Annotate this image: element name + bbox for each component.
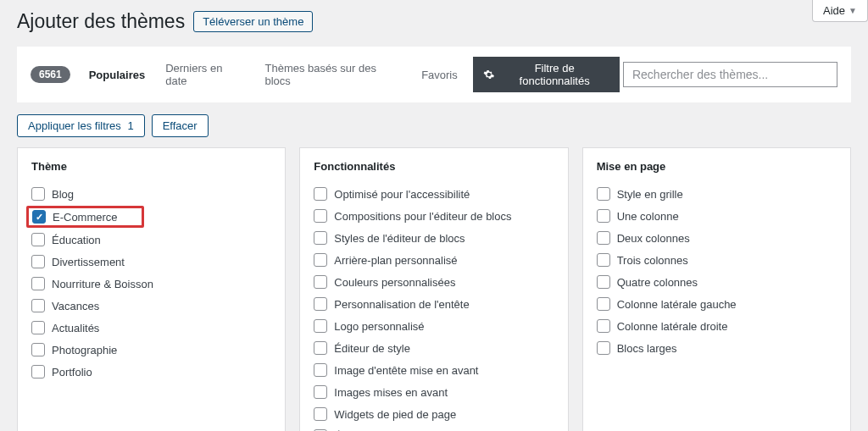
filter-option[interactable]: Une colonne <box>597 205 837 227</box>
search-input[interactable] <box>623 62 837 87</box>
feature-filter-button[interactable]: Filtre de fonctionnalités <box>473 57 620 92</box>
filter-option[interactable]: Personnalisation de l'entête <box>314 293 554 315</box>
checkbox[interactable] <box>314 253 327 267</box>
filter-option[interactable]: Actualités <box>31 317 271 339</box>
clear-filters-button[interactable]: Effacer <box>152 114 209 137</box>
option-label: Actualités <box>52 322 99 334</box>
filter-option[interactable]: Vacances <box>31 295 271 317</box>
checkbox[interactable] <box>597 187 610 201</box>
option-label: Style en grille <box>617 188 683 201</box>
option-label: Images mises en avant <box>334 386 448 399</box>
filter-option[interactable]: Blocs larges <box>597 337 837 359</box>
checkbox[interactable] <box>314 297 327 311</box>
filter-option[interactable]: Optimisé pour l'accessibilité <box>314 183 554 205</box>
checkbox[interactable] <box>597 275 610 289</box>
option-label: Widgets de pied de page <box>334 408 456 421</box>
filter-option[interactable]: Trois colonnes <box>597 249 837 271</box>
option-label: Colonne latérale droite <box>617 320 728 333</box>
option-label: Deux colonnes <box>617 232 690 245</box>
page-header: Ajouter des thèmes Téléverser un thème A… <box>0 0 868 40</box>
column-title: Mise en page <box>597 160 837 173</box>
filter-option[interactable]: Blog <box>31 183 271 205</box>
apply-filters-button[interactable]: Appliquer les filtres 1 <box>17 114 145 137</box>
checkbox[interactable] <box>314 275 327 289</box>
checkbox[interactable] <box>597 209 610 223</box>
feature-filter-label: Filtre de fonctionnalités <box>499 62 609 87</box>
filter-tab-favorites[interactable]: Favoris <box>413 64 466 86</box>
filter-bar: 6561 Populaires Derniers en date Thèmes … <box>17 47 851 102</box>
filter-tab-latest[interactable]: Derniers en date <box>157 57 253 92</box>
filter-tab-block-themes[interactable]: Thèmes basés sur des blocs <box>256 57 409 92</box>
option-label: Nourriture & Boisson <box>52 278 153 290</box>
filter-option[interactable]: Arrière-plan personnalisé <box>314 249 554 271</box>
apply-label: Appliquer les filtres <box>28 119 121 132</box>
filter-option[interactable]: Deux colonnes <box>597 227 837 249</box>
option-label: Portfolio <box>52 366 92 379</box>
option-label: Compositions pour l'éditeur de blocs <box>334 210 511 223</box>
filter-option[interactable]: Logo personnalisé <box>314 315 554 337</box>
filter-option[interactable]: Éducation <box>31 229 271 251</box>
filter-option[interactable]: Divertissement <box>31 251 271 273</box>
option-label: Image d'entête mise en avant <box>334 364 478 377</box>
checkbox[interactable] <box>314 385 327 399</box>
checkbox[interactable] <box>31 255 45 268</box>
checkbox[interactable] <box>31 321 45 334</box>
column-title: Thème <box>31 160 271 173</box>
checkbox[interactable] <box>314 341 327 355</box>
gear-icon <box>483 69 495 80</box>
option-label: Quatre colonnes <box>617 276 698 289</box>
help-label: Aide <box>823 4 845 17</box>
option-label: Éducation <box>52 234 101 246</box>
checkbox[interactable] <box>314 363 327 377</box>
checkbox[interactable] <box>597 297 610 311</box>
checkbox[interactable] <box>31 187 45 201</box>
checkbox[interactable] <box>314 209 327 223</box>
filter-option[interactable]: Colonne latérale droite <box>597 315 837 337</box>
option-label: Colonne latérale gauche <box>617 298 737 311</box>
filter-option[interactable]: Style en grille <box>597 183 837 205</box>
option-label: Personnalisation de l'entête <box>334 298 469 311</box>
filter-option[interactable]: Compositions pour l'éditeur de blocs <box>314 205 554 227</box>
help-tab[interactable]: Aide ▼ <box>812 0 868 22</box>
filter-option[interactable]: Styles de l'éditeur de blocs <box>314 227 554 249</box>
filter-option[interactable]: Éditeur de site <box>314 425 554 431</box>
filter-column: Mise en pageStyle en grilleUne colonneDe… <box>582 147 851 431</box>
checkbox[interactable] <box>314 319 327 333</box>
checkbox[interactable] <box>597 253 610 267</box>
chevron-down-icon: ▼ <box>849 6 857 15</box>
checkbox[interactable] <box>31 343 45 356</box>
filter-option[interactable]: Images mises en avant <box>314 381 554 403</box>
checkbox[interactable] <box>32 210 46 224</box>
checkbox[interactable] <box>314 231 327 245</box>
filter-option[interactable]: Nourriture & Boisson <box>31 273 271 295</box>
theme-count-badge: 6561 <box>31 66 70 83</box>
filter-tab-popular[interactable]: Populaires <box>81 64 153 86</box>
filter-option[interactable]: Colonne latérale gauche <box>597 293 837 315</box>
filter-option[interactable]: Éditeur de style <box>314 337 554 359</box>
filter-option[interactable]: Portfolio <box>31 361 271 383</box>
filter-column: ThèmeBlogE-CommerceÉducationDivertisseme… <box>17 147 286 431</box>
checkbox[interactable] <box>31 233 45 246</box>
filter-option[interactable]: E-Commerce <box>31 205 271 229</box>
filter-option[interactable]: Couleurs personnalisées <box>314 271 554 293</box>
checkbox[interactable] <box>597 231 610 245</box>
option-label: Éditeur de style <box>334 342 410 355</box>
option-label: E-Commerce <box>53 211 118 224</box>
checkbox[interactable] <box>314 187 327 201</box>
upload-theme-button[interactable]: Téléverser un thème <box>193 11 313 32</box>
checkbox[interactable] <box>31 365 45 379</box>
filter-option[interactable]: Widgets de pied de page <box>314 403 554 425</box>
checkbox[interactable] <box>314 407 327 421</box>
checkbox[interactable] <box>31 277 45 290</box>
checkbox[interactable] <box>597 341 610 355</box>
filter-option[interactable]: Quatre colonnes <box>597 271 837 293</box>
option-label: Trois colonnes <box>617 254 688 267</box>
filter-option[interactable]: Image d'entête mise en avant <box>314 359 554 381</box>
option-label: Photographie <box>52 344 117 356</box>
checkbox[interactable] <box>597 319 610 333</box>
checkbox[interactable] <box>31 299 45 312</box>
filter-option[interactable]: Photographie <box>31 339 271 361</box>
option-label: Optimisé pour l'accessibilité <box>334 188 470 201</box>
filter-actions: Appliquer les filtres 1 Effacer <box>17 114 851 137</box>
filter-column: FonctionnalitésOptimisé pour l'accessibi… <box>299 147 568 431</box>
